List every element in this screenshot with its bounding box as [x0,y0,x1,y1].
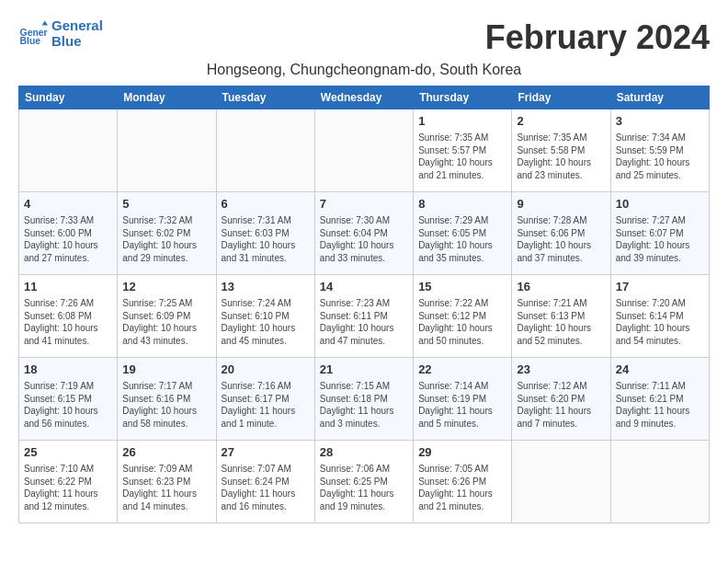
date-number: 29 [418,444,506,461]
calendar-cell: 6Sunrise: 7:31 AM Sunset: 6:03 PM Daylig… [216,192,314,275]
cell-info: Sunrise: 7:35 AM Sunset: 5:58 PM Dayligh… [517,132,605,181]
calendar-cell: 28Sunrise: 7:06 AM Sunset: 6:25 PM Dayli… [314,441,413,523]
calendar-cell [512,441,610,523]
calendar-cell: 8Sunrise: 7:29 AM Sunset: 6:05 PM Daylig… [414,192,512,275]
date-number: 20 [222,362,310,378]
calendar-week-1: 1Sunrise: 7:35 AM Sunset: 5:57 PM Daylig… [19,109,710,192]
date-number: 26 [122,444,210,461]
calendar-cell: 20Sunrise: 7:16 AM Sunset: 6:17 PM Dayli… [216,358,314,441]
date-number: 15 [418,279,506,295]
calendar-cell: 19Sunrise: 7:17 AM Sunset: 6:16 PM Dayli… [118,358,216,441]
calendar-cell: 2Sunrise: 7:35 AM Sunset: 5:58 PM Daylig… [512,109,610,192]
calendar-cell: 15Sunrise: 7:22 AM Sunset: 6:12 PM Dayli… [414,275,512,358]
cell-info: Sunrise: 7:29 AM Sunset: 6:05 PM Dayligh… [418,214,506,264]
calendar-cell: 29Sunrise: 7:05 AM Sunset: 6:26 PM Dayli… [414,441,512,523]
calendar-cell: 3Sunrise: 7:34 AM Sunset: 5:59 PM Daylig… [610,109,709,192]
logo-line2: Blue [51,34,103,50]
cell-info: Sunrise: 7:10 AM Sunset: 6:22 PM Dayligh… [24,463,112,512]
calendar-week-3: 11Sunrise: 7:26 AM Sunset: 6:08 PM Dayli… [19,275,710,358]
calendar-cell: 17Sunrise: 7:20 AM Sunset: 6:14 PM Dayli… [610,275,709,358]
calendar-cell [19,109,118,192]
cell-info: Sunrise: 7:22 AM Sunset: 6:12 PM Dayligh… [418,297,506,347]
cell-info: Sunrise: 7:20 AM Sunset: 6:14 PM Dayligh… [616,297,704,347]
date-number: 23 [517,362,605,378]
calendar-cell [314,109,413,192]
date-number: 18 [24,362,112,378]
date-number: 17 [616,279,704,295]
cell-info: Sunrise: 7:14 AM Sunset: 6:19 PM Dayligh… [418,380,506,430]
calendar-cell: 23Sunrise: 7:12 AM Sunset: 6:20 PM Dayli… [512,358,610,441]
calendar-cell: 1Sunrise: 7:35 AM Sunset: 5:57 PM Daylig… [414,109,512,192]
logo-line1: General [51,18,103,34]
cell-info: Sunrise: 7:12 AM Sunset: 6:20 PM Dayligh… [517,380,605,430]
cell-info: Sunrise: 7:31 AM Sunset: 6:03 PM Dayligh… [222,214,310,264]
date-number: 1 [418,113,506,130]
cell-info: Sunrise: 7:30 AM Sunset: 6:04 PM Dayligh… [320,214,408,264]
calendar-header: SundayMondayTuesdayWednesdayThursdayFrid… [19,86,710,109]
calendar-cell: 11Sunrise: 7:26 AM Sunset: 6:08 PM Dayli… [19,275,118,358]
calendar-cell: 21Sunrise: 7:15 AM Sunset: 6:18 PM Dayli… [314,358,413,441]
calendar-cell: 25Sunrise: 7:10 AM Sunset: 6:22 PM Dayli… [19,441,118,523]
cell-info: Sunrise: 7:34 AM Sunset: 5:59 PM Dayligh… [616,132,704,181]
svg-text:Blue: Blue [20,36,41,46]
cell-info: Sunrise: 7:24 AM Sunset: 6:10 PM Dayligh… [222,297,310,347]
calendar-cell: 14Sunrise: 7:23 AM Sunset: 6:11 PM Dayli… [314,275,413,358]
date-number: 21 [320,362,408,378]
cell-info: Sunrise: 7:25 AM Sunset: 6:09 PM Dayligh… [122,297,210,347]
calendar-week-2: 4Sunrise: 7:33 AM Sunset: 6:00 PM Daylig… [19,192,710,275]
day-header-thursday: Thursday [414,86,512,109]
date-number: 13 [222,279,310,295]
calendar-cell: 24Sunrise: 7:11 AM Sunset: 6:21 PM Dayli… [610,358,709,441]
cell-info: Sunrise: 7:35 AM Sunset: 5:57 PM Dayligh… [418,132,506,181]
month-title: February 2024 [485,18,710,57]
calendar-cell: 12Sunrise: 7:25 AM Sunset: 6:09 PM Dayli… [118,275,216,358]
date-number: 27 [222,444,310,461]
calendar-cell: 4Sunrise: 7:33 AM Sunset: 6:00 PM Daylig… [19,192,118,275]
date-number: 8 [418,196,506,213]
logo: General Blue General Blue [18,18,103,49]
location-subtitle: Hongseong, Chungcheongnam-do, South Kore… [18,62,710,78]
calendar-cell [216,109,314,192]
calendar-cell: 13Sunrise: 7:24 AM Sunset: 6:10 PM Dayli… [216,275,314,358]
calendar-table: SundayMondayTuesdayWednesdayThursdayFrid… [18,86,710,523]
page-header: General Blue General Blue February 2024 [18,18,710,57]
date-number: 9 [517,196,605,213]
day-header-wednesday: Wednesday [314,86,413,109]
calendar-cell: 9Sunrise: 7:28 AM Sunset: 6:06 PM Daylig… [512,192,610,275]
calendar-cell: 26Sunrise: 7:09 AM Sunset: 6:23 PM Dayli… [118,441,216,523]
date-number: 22 [418,362,506,378]
date-number: 5 [122,196,210,213]
cell-info: Sunrise: 7:17 AM Sunset: 6:16 PM Dayligh… [122,380,210,430]
calendar-cell: 18Sunrise: 7:19 AM Sunset: 6:15 PM Dayli… [19,358,118,441]
date-number: 12 [122,279,210,295]
cell-info: Sunrise: 7:23 AM Sunset: 6:11 PM Dayligh… [320,297,408,347]
date-number: 24 [616,362,704,378]
calendar-cell: 16Sunrise: 7:21 AM Sunset: 6:13 PM Dayli… [512,275,610,358]
cell-info: Sunrise: 7:21 AM Sunset: 6:13 PM Dayligh… [517,297,605,347]
calendar-cell [118,109,216,192]
calendar-cell: 5Sunrise: 7:32 AM Sunset: 6:02 PM Daylig… [118,192,216,275]
cell-info: Sunrise: 7:11 AM Sunset: 6:21 PM Dayligh… [616,380,704,430]
date-number: 4 [24,196,112,213]
cell-info: Sunrise: 7:26 AM Sunset: 6:08 PM Dayligh… [24,297,112,347]
cell-info: Sunrise: 7:16 AM Sunset: 6:17 PM Dayligh… [222,380,310,430]
calendar-cell: 10Sunrise: 7:27 AM Sunset: 6:07 PM Dayli… [610,192,709,275]
cell-info: Sunrise: 7:27 AM Sunset: 6:07 PM Dayligh… [616,214,704,264]
date-number: 25 [24,444,112,461]
date-number: 28 [320,444,408,461]
cell-info: Sunrise: 7:05 AM Sunset: 6:26 PM Dayligh… [418,463,506,512]
calendar-week-4: 18Sunrise: 7:19 AM Sunset: 6:15 PM Dayli… [19,358,710,441]
date-number: 2 [517,113,605,130]
cell-info: Sunrise: 7:15 AM Sunset: 6:18 PM Dayligh… [320,380,408,430]
calendar-cell: 7Sunrise: 7:30 AM Sunset: 6:04 PM Daylig… [314,192,413,275]
calendar-cell: 22Sunrise: 7:14 AM Sunset: 6:19 PM Dayli… [414,358,512,441]
logo-icon: General Blue [18,19,48,49]
calendar-week-5: 25Sunrise: 7:10 AM Sunset: 6:22 PM Dayli… [19,441,710,523]
calendar-cell: 27Sunrise: 7:07 AM Sunset: 6:24 PM Dayli… [216,441,314,523]
date-number: 3 [616,113,704,130]
day-header-saturday: Saturday [610,86,709,109]
day-header-sunday: Sunday [19,86,118,109]
cell-info: Sunrise: 7:06 AM Sunset: 6:25 PM Dayligh… [320,463,408,512]
cell-info: Sunrise: 7:19 AM Sunset: 6:15 PM Dayligh… [24,380,112,430]
day-header-monday: Monday [118,86,216,109]
